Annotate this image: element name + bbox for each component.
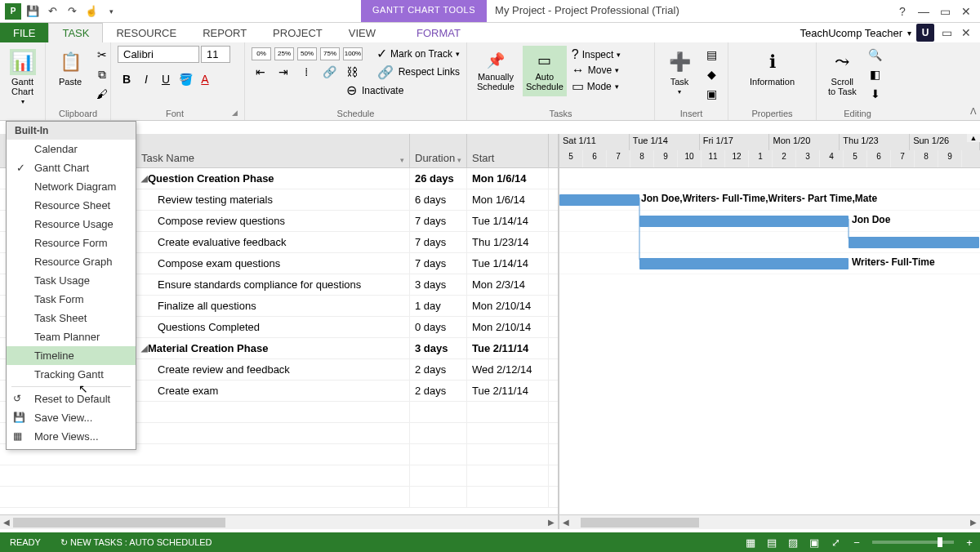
save-icon[interactable]: 💾 [24,3,41,20]
bold-button[interactable]: B [118,70,136,88]
view-shortcut-1[interactable]: ▦ [740,536,761,549]
cut-icon[interactable]: ✂ [93,46,111,64]
paste-button[interactable]: 📋 Paste [52,46,88,90]
pct-75[interactable]: 75% [320,47,340,60]
fill-icon[interactable]: ⬇ [866,85,884,103]
view-menu-item-task-sheet[interactable]: Task Sheet [7,309,136,327]
table-hscroll[interactable]: ◀ ▶ [0,514,558,529]
qat-dropdown-icon[interactable]: ▾ [103,3,119,20]
unlink-icon[interactable]: ⛓ [343,63,361,81]
split-icon[interactable]: ⁞ [297,63,315,81]
zoom-out-icon[interactable]: − [846,536,867,549]
font-launcher-icon[interactable]: ◢ [232,109,238,117]
tab-format[interactable]: FORMAT [403,23,474,42]
status-newtasks[interactable]: ↻ NEW TASKS : AUTO SCHEDULED [51,537,222,548]
gantt-day-header: 11 [702,150,725,167]
gantt-chart-button[interactable]: 📊 Gantt Chart ▾ [7,46,38,109]
tab-report[interactable]: REPORT [189,23,260,42]
mark-on-track-button[interactable]: Mark on Track [390,48,452,60]
redo-icon[interactable]: ↷ [64,3,80,20]
pct-0[interactable]: 0% [252,47,271,60]
view-shortcut-4[interactable]: ▣ [804,536,825,549]
view-shortcut-5[interactable]: ⤢ [825,536,846,549]
font-name-select[interactable]: Calibri [118,46,199,63]
inactivate-button[interactable]: Inactivate [362,85,403,96]
minimize-icon[interactable]: — [916,4,931,19]
inspect-button[interactable]: ?Inspect▾ [572,47,621,62]
font-size-select[interactable]: 11 [201,46,230,63]
gantt-body[interactable]: Jon Doe,Writers- Full-Time,Writers- Part… [559,168,980,514]
gantt-week-header: Mon 1/20 [769,134,840,150]
view-menu-item-timeline[interactable]: Timeline [7,346,136,365]
summary-icon[interactable]: ▤ [702,46,720,64]
scroll-to-task-button[interactable]: ⤳ Scroll to Task [823,46,862,100]
view-menu-item-gantt-chart[interactable]: Gantt Chart [7,158,136,177]
view-menu-item-resource-form[interactable]: Resource Form [7,234,136,252]
tab-resource[interactable]: RESOURCE [103,23,189,42]
information-button[interactable]: ℹ Information [745,46,800,90]
close-pane-icon[interactable]: ✕ [959,25,973,40]
view-shortcut-2[interactable]: ▤ [761,536,782,549]
respect-links-button[interactable]: Respect Links [399,66,460,78]
pct-50[interactable]: 50% [297,47,317,60]
view-menu-item-tracking-gantt[interactable]: Tracking Gantt [7,365,136,384]
underline-button[interactable]: U [157,70,175,88]
font-color-button[interactable]: A [196,70,214,88]
cell-duration: 1 day [410,296,467,316]
copy-icon[interactable]: ⧉ [93,65,111,83]
view-menu-item-task-form[interactable]: Task Form [7,290,136,309]
tab-file[interactable]: FILE [0,23,48,42]
col-start[interactable]: Start [467,134,549,167]
view-menu-item-resource-graph[interactable]: Resource Graph [7,252,136,271]
menu-more-views[interactable]: ▦More Views... [7,427,136,446]
col-duration[interactable]: Duration▾ [410,134,467,167]
close-icon[interactable]: ✕ [959,4,973,19]
view-menu-item-resource-usage[interactable]: Resource Usage [7,215,136,234]
manually-schedule-button[interactable]: 📌 Manually Schedule [474,46,518,96]
view-shortcut-3[interactable]: ▨ [782,536,804,549]
table-row-empty[interactable] [0,487,558,508]
collapse-ribbon-icon[interactable]: ᐱ [970,106,977,117]
touch-mode-icon[interactable]: ☝ [83,3,100,20]
mode-button[interactable]: ▭Mode▾ [572,78,621,94]
tab-task[interactable]: TASK [48,23,103,42]
gantt-vscroll-up[interactable]: ▲ [967,134,980,142]
view-menu-item-task-usage[interactable]: Task Usage [7,271,136,290]
tab-project[interactable]: PROJECT [260,23,336,42]
clear-icon[interactable]: ◧ [866,65,884,83]
help-icon[interactable]: ? [895,4,910,19]
move-button[interactable]: ↔Move▾ [572,63,621,78]
outdent-icon[interactable]: ⇤ [252,63,270,81]
task-button[interactable]: ➕ Task ▾ [662,46,697,99]
auto-schedule-button[interactable]: ▭ Auto Schedule [523,46,567,96]
view-menu-item-calendar[interactable]: Calendar [7,140,136,158]
undo-icon[interactable]: ↶ [44,3,60,20]
deliverable-icon[interactable]: ▣ [702,85,720,103]
user-area[interactable]: TeachUcomp Teacher ▾ U ▭ ✕ [794,23,981,42]
gantt-week-header: Fri 1/17 [700,134,770,150]
view-menu-item-network-diagram[interactable]: Network Diagram [7,177,136,196]
pct-100[interactable]: 100% [343,47,363,60]
view-menu-item-resource-sheet[interactable]: Resource Sheet [7,196,136,215]
find-icon[interactable]: 🔍 [866,46,884,64]
view-menu-item-team-planner[interactable]: Team Planner [7,327,136,346]
menu-save-view[interactable]: 💾Save View... [7,408,136,427]
zoom-in-icon[interactable]: + [959,536,980,549]
milestone-icon[interactable]: ◆ [702,65,720,83]
col-task-name[interactable]: Task Name▾ [136,134,410,167]
menu-reset-default[interactable]: ↺Reset to Default [7,390,136,408]
fill-color-button[interactable]: 🪣 [176,70,194,88]
view-dropdown-menu: Built-In CalendarGantt ChartNetwork Diag… [6,121,136,450]
italic-button[interactable]: I [137,70,155,88]
tab-view[interactable]: VIEW [336,23,389,42]
gantt-hscroll[interactable]: ◀ ▶ [559,514,980,529]
gantt-day-header: 7 [607,150,630,167]
zoom-slider[interactable] [872,541,954,544]
format-painter-icon[interactable]: 🖌 [93,85,111,103]
restore-icon[interactable]: ▭ [939,25,954,40]
table-row-empty[interactable] [0,465,558,487]
indent-icon[interactable]: ⇥ [274,63,292,81]
maximize-icon[interactable]: ▭ [938,4,952,19]
link-icon[interactable]: 🔗 [320,63,338,81]
pct-25[interactable]: 25% [274,47,294,60]
